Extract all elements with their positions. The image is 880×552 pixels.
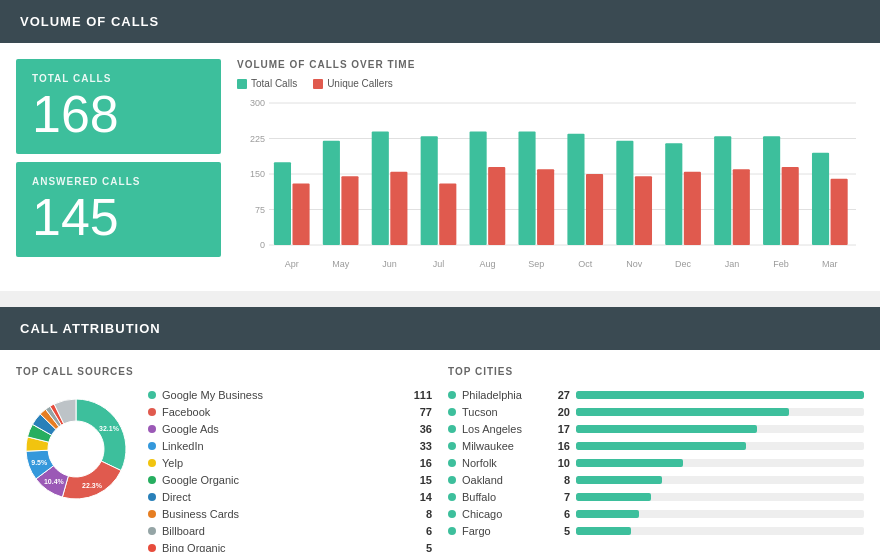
svg-text:Jul: Jul	[433, 259, 445, 269]
source-name: Facebook	[162, 406, 402, 418]
source-row: Direct 14	[148, 491, 432, 503]
svg-rect-13	[323, 141, 340, 245]
stats-column: TOTAL CALLS 168 ANSWERED CALLS 145	[16, 59, 221, 275]
source-row: LinkedIn 33	[148, 440, 432, 452]
source-name: Yelp	[162, 457, 402, 469]
city-row: Oakland 8	[448, 474, 864, 486]
svg-text:150: 150	[250, 169, 265, 179]
city-dot	[448, 527, 456, 535]
svg-rect-44	[831, 179, 848, 245]
svg-rect-37	[714, 136, 731, 245]
source-count: 14	[408, 491, 432, 503]
city-count: 7	[548, 491, 570, 503]
city-row: Tucson 20	[448, 406, 864, 418]
svg-rect-32	[635, 176, 652, 245]
source-count: 33	[408, 440, 432, 452]
source-count: 5	[408, 542, 432, 552]
source-name: Google Organic	[162, 474, 402, 486]
source-row: Yelp 16	[148, 457, 432, 469]
city-bar-container	[576, 408, 864, 416]
source-row: Business Cards 8	[148, 508, 432, 520]
source-dot	[148, 476, 156, 484]
city-bar	[576, 510, 639, 518]
legend-unique-label: Unique Callers	[327, 78, 393, 89]
city-bar-container	[576, 476, 864, 484]
call-sources: TOP CALL SOURCES 32.1%22.3%10.4%9.5% Goo…	[16, 366, 432, 552]
source-name: Business Cards	[162, 508, 402, 520]
city-count: 16	[548, 440, 570, 452]
source-row: Google Organic 15	[148, 474, 432, 486]
city-name: Tucson	[462, 406, 542, 418]
svg-rect-22	[470, 131, 487, 245]
svg-rect-41	[782, 167, 799, 245]
svg-rect-28	[567, 134, 584, 245]
source-dot	[148, 459, 156, 467]
source-dot	[148, 493, 156, 501]
source-dot	[148, 391, 156, 399]
source-name: Bing Organic	[162, 542, 402, 552]
city-dot	[448, 442, 456, 450]
city-bar	[576, 459, 683, 467]
city-count: 10	[548, 457, 570, 469]
source-dot	[148, 425, 156, 433]
source-dot	[148, 544, 156, 552]
source-row: Bing Organic 5	[148, 542, 432, 552]
svg-rect-26	[537, 169, 554, 245]
svg-rect-40	[763, 136, 780, 245]
sources-title: TOP CALL SOURCES	[16, 366, 432, 377]
attribution-header: CALL ATTRIBUTION	[0, 307, 880, 350]
svg-text:75: 75	[255, 205, 265, 215]
city-row: Chicago 6	[448, 508, 864, 520]
source-count: 16	[408, 457, 432, 469]
legend-total-dot	[237, 79, 247, 89]
svg-text:Feb: Feb	[773, 259, 789, 269]
total-calls-box: TOTAL CALLS 168	[16, 59, 221, 154]
svg-text:300: 300	[250, 98, 265, 108]
svg-text:Jan: Jan	[725, 259, 740, 269]
svg-rect-11	[292, 183, 309, 245]
city-dot	[448, 476, 456, 484]
city-name: Norfolk	[462, 457, 542, 469]
bar-chart: 075150225300AprMayJunJulAugSepOctNovDecJ…	[237, 95, 864, 275]
city-dot	[448, 425, 456, 433]
source-dot	[148, 408, 156, 416]
svg-text:Mar: Mar	[822, 259, 838, 269]
volume-header: VOLUME OF CALLS	[0, 0, 880, 43]
legend-unique: Unique Callers	[313, 78, 393, 89]
city-name: Buffalo	[462, 491, 542, 503]
city-dot	[448, 493, 456, 501]
source-count: 77	[408, 406, 432, 418]
svg-rect-19	[421, 136, 438, 245]
svg-text:Oct: Oct	[578, 259, 593, 269]
source-row: Facebook 77	[148, 406, 432, 418]
chart-title: VOLUME OF CALLS OVER TIME	[237, 59, 864, 70]
source-name: LinkedIn	[162, 440, 402, 452]
city-bar-container	[576, 425, 864, 433]
city-name: Fargo	[462, 525, 542, 537]
total-calls-value: 168	[32, 88, 205, 140]
city-bar-container	[576, 459, 864, 467]
answered-calls-label: ANSWERED CALLS	[32, 176, 205, 187]
svg-text:225: 225	[250, 134, 265, 144]
source-count: 36	[408, 423, 432, 435]
source-name: Billboard	[162, 525, 402, 537]
attribution-section: CALL ATTRIBUTION TOP CALL SOURCES 32.1%2…	[0, 307, 880, 552]
svg-text:May: May	[332, 259, 350, 269]
svg-rect-23	[488, 167, 505, 245]
svg-rect-38	[733, 169, 750, 245]
source-count: 8	[408, 508, 432, 520]
sources-content: 32.1%22.3%10.4%9.5% Google My Business 1…	[16, 389, 432, 552]
city-bar-container	[576, 510, 864, 518]
source-name: Direct	[162, 491, 402, 503]
sources-list: Google My Business 111 Facebook 77 Googl…	[148, 389, 432, 552]
svg-text:Dec: Dec	[675, 259, 692, 269]
svg-text:10.4%: 10.4%	[44, 478, 65, 485]
city-name: Milwaukee	[462, 440, 542, 452]
city-count: 27	[548, 389, 570, 401]
svg-rect-10	[274, 162, 291, 245]
city-dot	[448, 510, 456, 518]
city-row: Norfolk 10	[448, 457, 864, 469]
city-name: Oakland	[462, 474, 542, 486]
source-name: Google My Business	[162, 389, 402, 401]
source-count: 111	[408, 389, 432, 401]
